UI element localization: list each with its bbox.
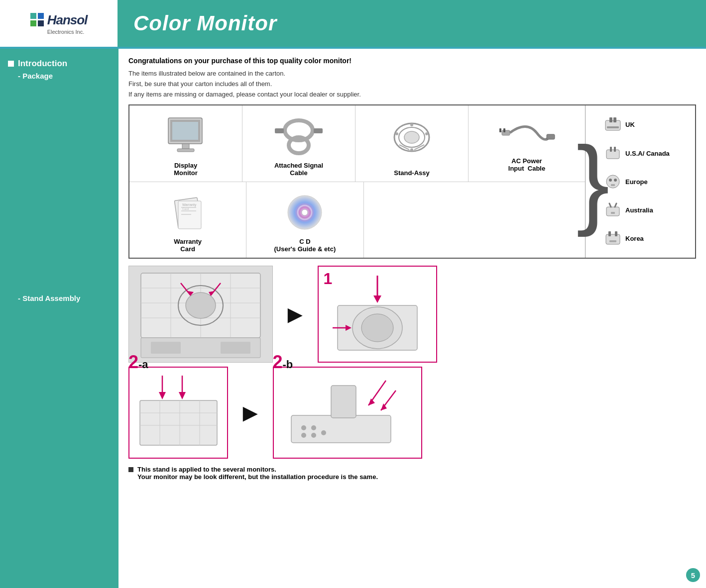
congrats-text: Congratulations on your purchase of this…	[128, 57, 696, 65]
stand-row1: ► 1	[128, 266, 696, 363]
svg-marker-71	[373, 295, 381, 303]
sidebar-bullet-icon	[8, 61, 14, 67]
sidebar: Introduction - Package - Stand Assembly	[0, 49, 118, 588]
svg-rect-21	[503, 128, 505, 132]
desc-text-1: The items illustrated below are containe…	[128, 69, 696, 79]
logo-subtitle: Electronics Inc.	[47, 29, 85, 35]
svg-rect-47	[606, 234, 620, 244]
svg-rect-20	[499, 128, 501, 132]
svg-point-88	[321, 430, 326, 435]
svg-point-39	[606, 175, 619, 188]
svg-rect-34	[613, 117, 616, 122]
arrow1-icon: ►	[283, 300, 308, 329]
stand-result-svg	[323, 271, 432, 358]
sidebar-section-intro: Introduction - Package	[8, 59, 111, 80]
warranty-label: WarrantyCard	[174, 238, 202, 253]
step2a-container: 2-a	[128, 367, 228, 459]
step1-badge: 1	[324, 270, 333, 288]
step2a-img	[128, 367, 228, 459]
step2a-num: 2-a	[128, 352, 148, 373]
cable-icon	[274, 116, 324, 156]
step2b-num: 2-b	[273, 352, 293, 373]
svg-rect-48	[608, 231, 611, 236]
svg-rect-43	[606, 207, 619, 216]
svg-rect-2	[182, 144, 189, 149]
korea-label: Korea	[625, 235, 644, 242]
stand-row2: 2-a	[128, 367, 696, 459]
svg-point-89	[301, 433, 306, 438]
logo-box: Hansol Electronics Inc.	[30, 12, 88, 35]
cd-icon	[285, 193, 325, 232]
svg-rect-18	[502, 130, 510, 135]
svg-point-59	[186, 293, 216, 318]
monitor-icon	[163, 114, 208, 159]
items-grid: DisplayMonitor	[129, 105, 586, 258]
item-stand-assy: Stand-Assy	[355, 105, 469, 182]
items-container: DisplayMonitor	[128, 104, 696, 259]
australia-label: Australia	[625, 206, 653, 214]
svg-rect-42	[611, 184, 615, 186]
warranty-icon: Warranty Card	[170, 195, 205, 230]
logo-squares	[30, 13, 44, 27]
svg-point-85	[301, 425, 306, 430]
svg-text:Warranty: Warranty	[182, 203, 197, 207]
stand-assembly-section: ► 1	[128, 266, 696, 459]
page-title: Color Monitor	[133, 11, 277, 35]
monitor-icon-area	[163, 110, 208, 162]
option-australia: Australia	[604, 202, 691, 219]
svg-rect-46	[611, 212, 615, 214]
svg-rect-36	[606, 150, 619, 159]
europe-plug-icon	[604, 173, 621, 190]
svg-point-86	[311, 433, 316, 438]
stand-assy-icon	[389, 120, 434, 160]
item-cd: C D(User's Guide & etc)	[246, 182, 363, 258]
svg-rect-38	[614, 147, 616, 152]
footnote-bullet-icon	[128, 467, 133, 472]
stand-step1-img	[128, 266, 273, 363]
footnote-line2: Your monitor may be look different, but …	[137, 473, 378, 481]
header-title-area: Color Monitor	[118, 0, 706, 47]
svg-marker-83	[179, 392, 186, 399]
uk-plug-icon	[604, 116, 621, 133]
svg-marker-92	[368, 398, 375, 405]
svg-rect-37	[610, 147, 612, 152]
option-uk: UK	[604, 116, 691, 133]
svg-point-69	[361, 314, 393, 342]
stand-step1-svg	[131, 268, 270, 360]
svg-point-13	[425, 132, 428, 135]
empty-bottom	[364, 182, 586, 258]
europe-label: Europe	[625, 178, 648, 186]
step2b-img	[273, 367, 422, 459]
svg-point-30	[302, 209, 308, 215]
stand-icon-area	[389, 110, 434, 169]
svg-line-44	[609, 203, 611, 207]
korea-plug-icon	[604, 230, 621, 247]
logo-top: Hansol	[30, 12, 88, 28]
svg-rect-90	[331, 386, 356, 418]
svg-point-12	[395, 132, 398, 135]
option-europe: Europe	[604, 173, 691, 190]
sidebar-stand-label: - Stand Assembly	[18, 294, 111, 302]
svg-rect-65	[151, 342, 181, 354]
ac-power-area: AC PowerInput Cable	[469, 105, 585, 182]
svg-rect-4	[172, 122, 198, 140]
package-intro: Congratulations on your purchase of this…	[128, 57, 696, 99]
svg-rect-49	[615, 231, 617, 236]
content-area: Congratulations on your purchase of this…	[118, 49, 706, 588]
brace-area: }	[586, 105, 600, 258]
step2b-svg	[276, 371, 418, 455]
sidebar-package-label: - Package	[18, 72, 111, 80]
sidebar-intro-main: Introduction	[8, 59, 111, 69]
footnote-text: This stand is applied to the several mon…	[137, 466, 378, 481]
options-list: UK U.S.A/ Canada	[600, 105, 695, 258]
desc-text-2: First, be sure that your carton includes…	[128, 79, 696, 90]
sidebar-intro-label: Introduction	[18, 59, 67, 69]
cd-icon-area	[285, 187, 325, 238]
svg-rect-7	[275, 128, 284, 133]
svg-rect-50	[609, 240, 616, 242]
footnote-line1: This stand is applied to the several mon…	[137, 466, 378, 473]
svg-point-14	[410, 123, 413, 126]
step2b-container: 2-b	[273, 367, 422, 459]
arrow2-icon: ►	[238, 398, 263, 427]
svg-rect-33	[609, 117, 612, 122]
